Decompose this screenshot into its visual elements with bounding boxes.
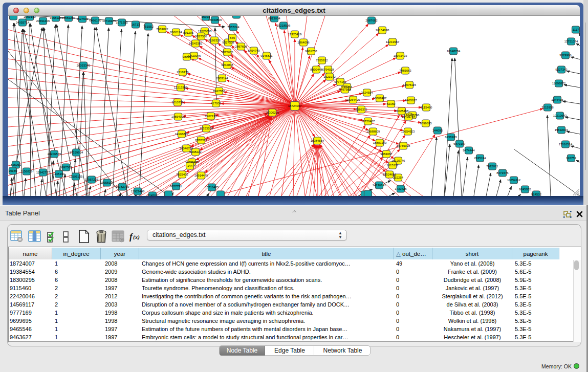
svg-text:2935114: 2935114 [474, 157, 487, 160]
svg-text:144095: 144095 [432, 129, 443, 132]
svg-text:12093872: 12093872 [552, 82, 566, 85]
svg-text:12213369: 12213369 [174, 86, 188, 89]
svg-text:9474444: 9474444 [463, 149, 475, 152]
svg-text:2803144: 2803144 [216, 77, 228, 80]
svg-text:7357224: 7357224 [227, 26, 239, 29]
svg-text:16033809: 16033809 [208, 18, 222, 21]
svg-text:8427552: 8427552 [213, 90, 225, 93]
svg-text:8878332: 8878332 [195, 139, 207, 142]
svg-text:9899695: 9899695 [420, 122, 432, 125]
svg-text:9084067: 9084067 [380, 152, 393, 156]
svg-text:7485063: 7485063 [399, 69, 411, 72]
svg-text:98901: 98901 [183, 55, 191, 58]
svg-text:(x): (x) [133, 234, 140, 240]
svg-text:9657791: 9657791 [170, 185, 182, 188]
svg-text:9327508: 9327508 [222, 41, 234, 44]
svg-text:11353594: 11353594 [200, 127, 213, 130]
svg-text:1117: 1117 [573, 28, 579, 31]
svg-text:19654923: 19654923 [401, 130, 415, 133]
svg-text:19756928: 19756928 [397, 144, 410, 147]
svg-text:8471676: 8471676 [496, 171, 509, 174]
svg-text:9997585: 9997585 [60, 166, 72, 169]
svg-text:15751074: 15751074 [564, 40, 578, 43]
svg-text:9329906: 9329906 [559, 54, 572, 57]
svg-text:20053346: 20053346 [77, 64, 91, 67]
svg-text:7386372: 7386372 [355, 108, 367, 111]
svg-text:2087682: 2087682 [365, 19, 378, 22]
svg-text:20364436: 20364436 [346, 98, 360, 101]
svg-text:1244415: 1244415 [551, 98, 563, 101]
svg-text:16914479: 16914479 [194, 174, 208, 177]
svg-text:16713: 16713 [132, 23, 140, 26]
svg-text:6466160: 6466160 [89, 19, 101, 22]
svg-text:20206576: 20206576 [48, 152, 61, 156]
svg-text:10654112: 10654112 [507, 179, 521, 182]
svg-text:25300203: 25300203 [266, 111, 279, 114]
svg-text:252254: 252254 [393, 176, 404, 179]
svg-text:15720407: 15720407 [361, 120, 375, 123]
svg-text:835061: 835061 [11, 163, 21, 166]
svg-text:6794028: 6794028 [322, 68, 334, 71]
svg-text:10648784: 10648784 [447, 50, 461, 53]
svg-text:891295: 891295 [183, 31, 194, 34]
svg-text:16120746: 16120746 [391, 159, 405, 162]
svg-text:3624554: 3624554 [361, 91, 373, 94]
svg-text:10973493: 10973493 [394, 54, 407, 57]
svg-text:2718176: 2718176 [177, 71, 189, 74]
svg-text:3215958: 3215958 [541, 106, 554, 109]
svg-text:10807487: 10807487 [373, 97, 387, 100]
svg-text:144: 144 [187, 164, 193, 167]
svg-text:9227343: 9227343 [555, 68, 568, 71]
svg-text:9777169: 9777169 [334, 80, 346, 83]
svg-text:2867608: 2867608 [235, 45, 247, 48]
svg-text:6938923: 6938923 [445, 136, 457, 139]
svg-text:19218506: 19218506 [277, 24, 291, 27]
svg-text:7955812: 7955812 [316, 59, 328, 62]
svg-text:9961758: 9961758 [305, 50, 317, 53]
svg-text:12213967: 12213967 [386, 40, 400, 43]
svg-text:1065328: 1065328 [50, 16, 62, 19]
svg-text:1864096: 1864096 [297, 41, 310, 44]
svg-text:8498222: 8498222 [189, 150, 202, 154]
svg-text:17957225: 17957225 [85, 178, 99, 181]
svg-text:24055714: 24055714 [16, 21, 30, 24]
svg-text:16154838: 16154838 [376, 29, 389, 32]
svg-text:16543382: 16543382 [189, 42, 203, 45]
svg-text:62160: 62160 [387, 102, 396, 105]
svg-text:9245052: 9245052 [519, 188, 531, 191]
svg-text:15692901: 15692901 [555, 128, 569, 132]
svg-text:1527602: 1527602 [76, 17, 89, 20]
svg-text:6497568: 6497568 [339, 88, 351, 91]
svg-text:126753: 126753 [566, 157, 577, 160]
svg-text:17359924: 17359924 [70, 151, 83, 154]
svg-text:6879197: 6879197 [453, 142, 466, 145]
svg-text:7625402: 7625402 [176, 173, 188, 176]
svg-text:14099489: 14099489 [185, 161, 199, 164]
svg-text:751552: 751552 [143, 25, 154, 28]
svg-text:8454749: 8454749 [248, 49, 260, 52]
svg-text:20691406: 20691406 [36, 19, 50, 23]
svg-text:15716485: 15716485 [205, 186, 219, 189]
svg-text:12975115: 12975115 [403, 83, 417, 86]
svg-text:1615132: 1615132 [386, 164, 399, 167]
svg-text:15495764: 15495764 [402, 115, 416, 118]
svg-text:18724007: 18724007 [288, 104, 302, 107]
svg-text:2069140: 2069140 [24, 16, 36, 18]
svg-text:12923448: 12923448 [131, 190, 145, 193]
svg-text:5875685: 5875685 [221, 51, 233, 54]
svg-text:8990448: 8990448 [310, 68, 322, 71]
svg-text:19384554: 19384554 [311, 139, 324, 142]
svg-text:1156829: 1156829 [21, 170, 33, 173]
svg-text:18807249: 18807249 [373, 141, 387, 144]
svg-text:1145194: 1145194 [53, 172, 66, 176]
svg-text:10210643: 10210643 [553, 114, 567, 117]
svg-text:10719185: 10719185 [102, 19, 116, 23]
svg-text:3267130: 3267130 [205, 115, 217, 118]
svg-text:546: 546 [230, 36, 235, 39]
svg-text:9463627: 9463627 [405, 99, 417, 102]
svg-text:13226058: 13226058 [198, 30, 212, 33]
svg-text:8186328: 8186328 [208, 39, 221, 42]
svg-text:10688609: 10688609 [366, 130, 380, 133]
svg-text:19854925: 19854925 [171, 115, 185, 118]
svg-text:10046786: 10046786 [180, 147, 193, 150]
